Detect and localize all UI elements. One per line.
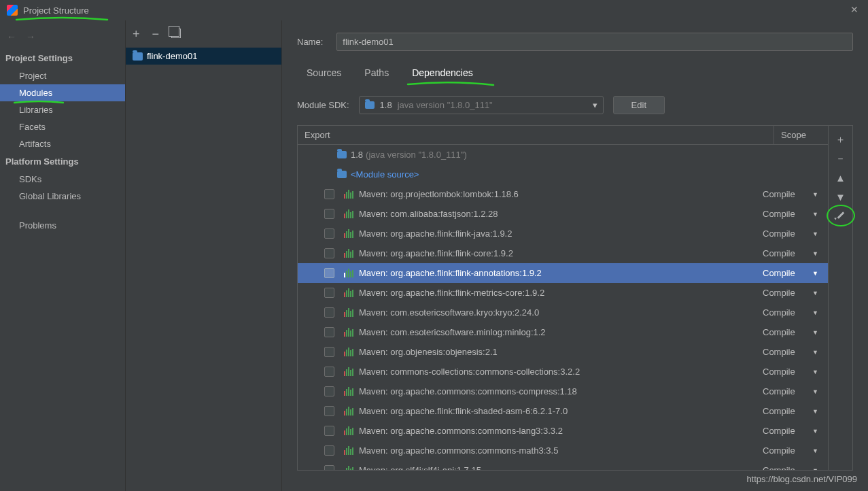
close-icon[interactable]: ✕ <box>850 4 858 15</box>
module-sdk-label: Module SDK: <box>297 100 349 110</box>
module-name-input[interactable] <box>336 33 853 51</box>
library-icon <box>344 209 353 218</box>
nav-back-icon[interactable]: ← <box>7 31 16 42</box>
export-checkbox[interactable] <box>324 406 334 416</box>
sdk-version: java version "1.8.0_111" <box>398 100 493 110</box>
scope-select[interactable]: Compile▼ <box>763 347 821 357</box>
header-export[interactable]: Export <box>298 126 774 144</box>
export-checkbox[interactable] <box>324 465 334 470</box>
dependencies-body[interactable]: 1.8 (java version "1.8.0_111") <Module s… <box>298 145 828 470</box>
module-source-row[interactable]: <Module source> <box>298 165 828 184</box>
watermark: https://blog.csdn.net/VIP099 <box>746 474 857 484</box>
scope-select[interactable]: Compile▼ <box>763 307 821 318</box>
sidebar-item-libraries[interactable]: Libraries <box>0 101 125 118</box>
move-up-icon[interactable]: ▲ <box>831 168 850 187</box>
platform-settings-header: Platform Settings <box>0 152 125 171</box>
remove-dependency-icon[interactable]: － <box>831 149 850 168</box>
sidebar-item-facets[interactable]: Facets <box>0 118 125 135</box>
sidebar-item-project[interactable]: Project <box>0 67 125 84</box>
scope-select[interactable]: Compile▼ <box>763 406 821 416</box>
dependency-row[interactable]: Maven: org.apache.flink:flink-shaded-asm… <box>298 401 828 421</box>
scope-select[interactable]: Compile▼ <box>763 209 821 219</box>
dependency-row[interactable]: Maven: com.esotericsoftware.kryo:kryo:2.… <box>298 303 828 322</box>
dependency-row[interactable]: Maven: org.apache.commons:commons-compre… <box>298 382 828 401</box>
scope-select[interactable]: Compile▼ <box>763 268 821 278</box>
scope-select[interactable]: Compile▼ <box>763 248 821 258</box>
export-checkbox[interactable] <box>324 248 334 258</box>
chevron-down-icon: ▼ <box>812 211 818 218</box>
library-icon <box>344 249 353 258</box>
chevron-down-icon: ▼ <box>812 388 818 395</box>
sidebar-item-problems[interactable]: Problems <box>0 217 125 234</box>
sidebar-item-modules[interactable]: Modules <box>0 84 125 101</box>
copy-module-icon[interactable] <box>171 27 181 41</box>
move-down-icon[interactable]: ▼ <box>831 187 850 206</box>
export-checkbox[interactable] <box>324 288 334 298</box>
dependency-row[interactable]: Maven: commons-collections:commons-colle… <box>298 362 828 382</box>
scope-select[interactable]: Compile▼ <box>763 327 821 337</box>
export-checkbox[interactable] <box>324 228 334 239</box>
jdk-row[interactable]: 1.8 (java version "1.8.0_111") <box>298 145 828 165</box>
library-icon <box>344 367 353 376</box>
export-checkbox[interactable] <box>324 209 334 219</box>
dependency-row[interactable]: Maven: org.apache.commons:commons-lang3:… <box>298 421 828 441</box>
chevron-down-icon: ▼ <box>812 349 818 356</box>
chevron-down-icon: ▼ <box>812 250 818 257</box>
export-checkbox[interactable] <box>324 189 334 199</box>
chevron-down-icon: ▼ <box>812 447 818 454</box>
dependency-row[interactable]: Maven: org.apache.flink:flink-core:1.9.2… <box>298 243 828 263</box>
dependency-row[interactable]: Maven: org.objenesis:objenesis:2.1Compil… <box>298 342 828 362</box>
scope-select[interactable]: Compile▼ <box>763 426 821 436</box>
dependency-label: Maven: org.apache.flink:flink-core:1.9.2 <box>359 248 763 258</box>
dependency-row[interactable]: Maven: com.esotericsoftware.minlog:minlo… <box>298 322 828 342</box>
export-checkbox[interactable] <box>324 347 334 357</box>
folder-icon <box>365 101 375 109</box>
remove-module-icon[interactable]: − <box>152 27 160 41</box>
dependency-row[interactable]: Maven: org.projectlombok:lombok:1.18.6Co… <box>298 184 828 204</box>
add-dependency-icon[interactable]: ＋ <box>831 130 850 149</box>
dependency-row[interactable]: Maven: com.alibaba:fastjson:1.2.28Compil… <box>298 204 828 224</box>
scope-select[interactable]: Compile▼ <box>763 445 821 456</box>
export-checkbox[interactable] <box>324 327 334 337</box>
sidebar-item-label: Modules <box>19 88 52 98</box>
module-sdk-select[interactable]: 1.8 java version "1.8.0_111" ▾ <box>359 96 604 114</box>
edit-sdk-button[interactable]: Edit <box>613 96 665 114</box>
scope-select[interactable]: Compile▼ <box>763 189 821 199</box>
export-checkbox[interactable] <box>324 426 334 436</box>
dependency-tools: ＋ － ▲ ▼ <box>829 125 853 471</box>
header-scope[interactable]: Scope <box>774 126 828 144</box>
tab-sources[interactable]: Sources <box>307 67 341 82</box>
window-title: Project Structure <box>23 5 89 16</box>
scope-select[interactable]: Compile▼ <box>763 228 821 239</box>
export-checkbox[interactable] <box>324 307 334 318</box>
scope-select[interactable]: Compile▼ <box>763 288 821 298</box>
name-label: Name: <box>297 37 323 47</box>
nav-forward-icon[interactable]: → <box>26 31 35 42</box>
export-checkbox[interactable] <box>324 445 334 456</box>
modules-panel: + − flink-demo01 <box>126 20 282 491</box>
jdk-name: 1.8 <box>351 150 363 160</box>
export-checkbox[interactable] <box>324 268 334 278</box>
dependency-row[interactable]: Maven: org.apache.flink:flink-annotation… <box>298 263 828 283</box>
annotation-underline <box>15 15 109 22</box>
tab-dependencies[interactable]: Dependencies <box>412 67 473 82</box>
module-list-item[interactable]: flink-demo01 <box>126 48 281 65</box>
export-checkbox[interactable] <box>324 386 334 396</box>
library-icon <box>344 288 353 297</box>
dependency-row[interactable]: Maven: org.apache.flink:flink-metrics-co… <box>298 283 828 303</box>
chevron-down-icon: ▼ <box>812 369 818 375</box>
intellij-icon <box>7 5 18 16</box>
export-checkbox[interactable] <box>324 367 334 377</box>
sidebar-item-sdks[interactable]: SDKs <box>0 171 125 188</box>
dependency-row[interactable]: Maven: org.apache.commons:commons-math3:… <box>298 441 828 460</box>
scope-select[interactable]: Compile▼ <box>763 386 821 396</box>
edit-dependency-icon[interactable] <box>831 206 850 225</box>
dependency-row[interactable]: Maven: org.apache.flink:flink-java:1.9.2… <box>298 224 828 243</box>
scope-select[interactable]: Compile▼ <box>763 367 821 377</box>
tab-paths[interactable]: Paths <box>364 67 389 82</box>
sidebar-item-global-libraries[interactable]: Global Libraries <box>0 188 125 205</box>
scope-select[interactable]: Compile▼ <box>763 465 821 470</box>
dependency-row[interactable]: Maven: org.slf4j:slf4j-api:1.7.15Compile… <box>298 460 828 470</box>
sidebar-item-artifacts[interactable]: Artifacts <box>0 135 125 152</box>
add-module-icon[interactable]: + <box>133 27 140 41</box>
